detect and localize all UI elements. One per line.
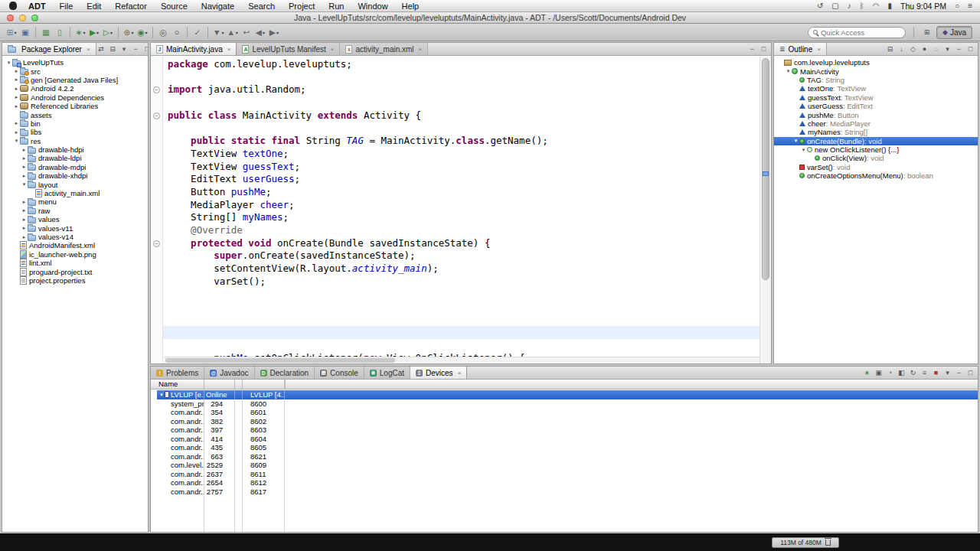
process-row[interactable]: com.andr...26548612 <box>157 478 978 487</box>
volume-icon[interactable]: ♪ <box>848 2 851 10</box>
disclosure-arrow-icon[interactable]: ▸ <box>21 164 28 170</box>
open-task-icon[interactable]: ✓ <box>191 25 204 39</box>
tree-item-drawable-xhdpi[interactable]: ▸drawable-xhdpi <box>2 171 148 180</box>
menu-file[interactable]: File <box>53 0 80 12</box>
code-line[interactable]: import java.util.Random; <box>168 83 760 96</box>
disclosure-arrow-icon[interactable]: ▸ <box>21 217 28 223</box>
quick-access-input[interactable] <box>821 28 897 37</box>
menu-source[interactable]: Source <box>154 0 194 12</box>
notification-center-icon[interactable]: ≡ <box>968 2 972 10</box>
process-row[interactable]: com.andr...6638621 <box>157 452 978 461</box>
close-icon[interactable]: × <box>419 46 423 53</box>
minimize-icon[interactable]: − <box>954 369 964 377</box>
code-line[interactable]: TextView guessText; <box>168 161 760 174</box>
code-line[interactable]: @Override <box>168 224 760 237</box>
package-explorer-tab[interactable]: Package Explorer × <box>2 43 96 55</box>
process-row[interactable]: com.andr...3548601 <box>157 408 978 417</box>
outline-item-varset[interactable]: varSet() : void <box>774 163 978 171</box>
menu-window[interactable]: Window <box>351 0 394 12</box>
code-line[interactable]: EditText userGuess; <box>168 173 760 186</box>
outline-tab[interactable]: ≣ Outline × <box>774 43 827 55</box>
outline-item-oncreateoptionsmenu-menu[interactable]: onCreateOptionsMenu(Menu) : boolean <box>774 171 978 180</box>
editor-tab-activity-main-xml[interactable]: xactivity_main.xml× <box>340 43 428 55</box>
bottom-tab-logcat[interactable]: ≣LogCat <box>364 367 410 379</box>
maximize-icon[interactable]: □ <box>142 45 149 53</box>
code-line[interactable] <box>163 326 760 339</box>
code-line[interactable]: public static final String TAG = MainAct… <box>168 135 760 148</box>
tree-item-values-v11[interactable]: ▸values-v11 <box>2 223 148 232</box>
outline-item-cheer[interactable]: cheer : MediaPlayer <box>774 119 978 128</box>
editor-tab-leveluptuts-manifest[interactable]: ALevelUpTuts Manifest× <box>237 43 340 55</box>
disclosure-arrow-icon[interactable]: ▾ <box>792 138 799 144</box>
process-row[interactable]: com.andr...27578617 <box>157 487 978 497</box>
disclosure-arrow-icon[interactable]: ▾ <box>158 392 165 398</box>
disclosure-arrow-icon[interactable]: ▸ <box>21 199 28 205</box>
code-line[interactable] <box>168 96 760 109</box>
heap-status-widget[interactable]: 113M of 480M <box>772 537 839 548</box>
bottom-tab-console[interactable]: ▤Console <box>315 367 364 379</box>
android-virtual-device-manager-icon[interactable]: ▯ <box>53 25 67 39</box>
outline-item-tag[interactable]: TAG : String <box>774 76 978 84</box>
tree-item-androidmanifest-xml[interactable]: AndroidManifest.xml <box>2 241 148 249</box>
outline-item-pushme[interactable]: pushMe : Button <box>774 110 978 119</box>
editor-gutter[interactable]: −−− <box>151 57 163 364</box>
close-window-button[interactable] <box>7 15 14 21</box>
time-machine-icon[interactable]: ↺ <box>817 2 823 10</box>
tree-item-menu[interactable]: ▸menu <box>2 197 148 206</box>
outline-item-guesstext[interactable]: guessText : TextView <box>774 93 978 102</box>
code-line[interactable]: super.onCreate(savedInstanceState); <box>168 249 760 262</box>
hide-fields-icon[interactable]: ◇ <box>908 45 918 53</box>
fold-marker-icon[interactable]: − <box>153 240 160 247</box>
package-explorer-tree[interactable]: ▾LevelUpTuts▸src▸gen [Generated Java Fil… <box>2 57 148 532</box>
save-icon[interactable]: ▣ <box>18 25 32 39</box>
apple-menu-icon[interactable] <box>9 2 17 10</box>
tree-item-src[interactable]: ▸src <box>2 67 148 75</box>
stop-process-icon[interactable]: ■ <box>931 369 941 377</box>
zoom-window-button[interactable] <box>31 15 38 21</box>
view-menu-icon[interactable]: ▾ <box>942 369 952 377</box>
new-java-class-icon[interactable]: ◉▾ <box>136 25 149 39</box>
link-with-editor-icon[interactable]: ⇄ <box>96 45 106 53</box>
outline-item-mainactivity[interactable]: ▾MainActivity <box>774 67 978 75</box>
menu-adt[interactable]: ADT <box>21 0 53 12</box>
outline-item-oncreate-bundle[interactable]: ▾onCreate(Bundle) : void <box>774 137 978 145</box>
close-icon[interactable]: × <box>458 370 462 377</box>
tree-item-lint-xml[interactable]: lint.xml <box>2 259 148 267</box>
outline-item-com-levelup-leveluptuts[interactable]: com.levelup.leveluptuts <box>774 58 978 67</box>
previous-annotation-icon[interactable]: ▲▾ <box>225 25 239 39</box>
disclosure-arrow-icon[interactable]: ▸ <box>21 234 28 240</box>
disclosure-arrow-icon[interactable]: ▾ <box>785 68 792 74</box>
collapse-all-icon[interactable]: ⊟ <box>885 45 895 53</box>
bottom-tab-javadoc[interactable]: @Javadoc <box>204 367 254 379</box>
disclosure-arrow-icon[interactable]: ▸ <box>13 86 20 92</box>
disclosure-arrow-icon[interactable]: ▾ <box>21 181 28 187</box>
run-garbage-collector-icon[interactable] <box>825 540 831 546</box>
outline-item-new-onclicklistener[interactable]: ▾new OnClickListener() {...} <box>774 145 978 154</box>
bottom-tab-problems[interactable]: !Problems <box>151 367 204 379</box>
close-icon[interactable]: × <box>331 46 335 53</box>
code-line[interactable]: TextView textOne; <box>168 148 760 161</box>
outline-item-textone[interactable]: textOne : TextView <box>774 84 978 93</box>
tree-item-proguard-project-txt[interactable]: proguard-project.txt <box>2 267 148 276</box>
code-line[interactable]: varSet(); <box>168 276 760 289</box>
disclosure-arrow-icon[interactable]: ▸ <box>13 129 20 135</box>
cause-gc-icon[interactable]: ↻ <box>908 369 918 377</box>
process-row[interactable]: com.level...25298609 <box>157 461 978 470</box>
disclosure-arrow-icon[interactable]: ▾ <box>800 147 807 153</box>
close-icon[interactable]: × <box>87 46 90 53</box>
tree-item-leveluptuts[interactable]: ▾LevelUpTuts <box>2 58 148 67</box>
menu-edit[interactable]: Edit <box>80 0 108 12</box>
scrollbar-thumb[interactable] <box>762 58 769 280</box>
code-line[interactable] <box>168 288 760 301</box>
process-row[interactable]: com.andr...26378611 <box>157 470 978 479</box>
disclosure-arrow-icon[interactable]: ▸ <box>13 94 20 100</box>
bottom-tab-declaration[interactable]: DDeclaration <box>255 367 315 379</box>
debug-icon[interactable]: ∗▾ <box>74 25 87 39</box>
menu-search[interactable]: Search <box>241 0 282 12</box>
editor-tab-mainactivity-java[interactable]: JMainActivity.java× <box>151 43 237 55</box>
disclosure-arrow-icon[interactable]: ▾ <box>5 60 12 66</box>
process-row[interactable]: com.andr...4358605 <box>157 443 978 452</box>
fold-marker-icon[interactable]: − <box>153 112 160 119</box>
bluetooth-icon[interactable]: ᛒ <box>860 2 864 10</box>
tree-item-project-properties[interactable]: project.properties <box>2 276 148 285</box>
